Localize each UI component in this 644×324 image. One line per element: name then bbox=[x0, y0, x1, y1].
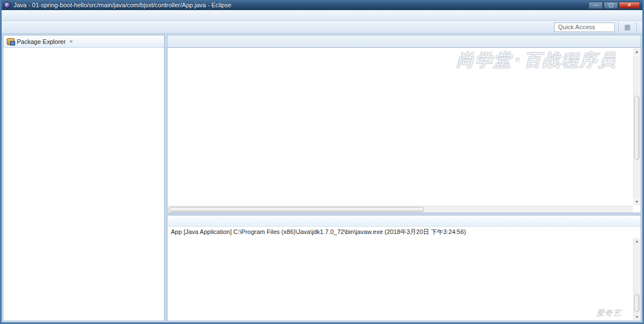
console-process-title: App [Java Application] C:\Program Files … bbox=[167, 227, 641, 236]
console-vertical-scrollbar[interactable]: ▲ ▼ bbox=[633, 238, 640, 320]
maximize-button[interactable]: ▢ bbox=[604, 2, 618, 9]
package-explorer-title: Package Explorer bbox=[17, 38, 66, 45]
scrollbar-thumb[interactable] bbox=[634, 96, 640, 160]
scrollbar-thumb[interactable] bbox=[634, 294, 640, 312]
scroll-up-icon[interactable]: ▲ bbox=[633, 48, 640, 55]
package-explorer-view: Package Explorer ✕ bbox=[3, 35, 165, 321]
package-explorer-tab[interactable]: Package Explorer ✕ bbox=[6, 37, 76, 46]
project-tree bbox=[3, 48, 164, 321]
toolbar-right: Quick Access ▦ bbox=[554, 22, 640, 33]
divider bbox=[618, 22, 619, 32]
minimize-button[interactable]: — bbox=[588, 2, 603, 9]
package-explorer-header: Package Explorer ✕ bbox=[3, 35, 164, 48]
eclipse-window: Java - 01-spring-boot-hello/src/main/jav… bbox=[0, 0, 644, 324]
close-button[interactable]: ✕ bbox=[619, 2, 640, 9]
open-perspective-icon: ▦ bbox=[624, 24, 631, 30]
scrollbar-thumb[interactable] bbox=[169, 207, 424, 212]
code-editor[interactable]: 尚学堂·百战程序员 ▲ ▼ bbox=[167, 48, 641, 213]
close-icon[interactable]: ✕ bbox=[69, 39, 74, 44]
scroll-down-icon[interactable]: ▼ bbox=[633, 199, 640, 205]
console-view: App [Java Application] C:\Program Files … bbox=[167, 215, 641, 321]
editor-console-area: 尚学堂·百战程序员 ▲ ▼ App [Java Application] C:\… bbox=[167, 35, 641, 321]
package-explorer-icon bbox=[7, 38, 15, 45]
menu-bar bbox=[2, 10, 642, 21]
console-tab-bar bbox=[167, 215, 641, 227]
window-title: Java - 01-spring-boot-hello/src/main/jav… bbox=[13, 2, 588, 8]
main-toolbar: Quick Access ▦ bbox=[2, 21, 642, 34]
title-bar[interactable]: Java - 01-spring-boot-hello/src/main/jav… bbox=[2, 0, 642, 10]
scroll-down-icon[interactable]: ▼ bbox=[634, 314, 640, 320]
editor-vertical-scrollbar[interactable] bbox=[633, 56, 640, 198]
console-log[interactable] bbox=[167, 236, 641, 321]
editor-horizontal-scrollbar[interactable] bbox=[167, 206, 633, 213]
quick-access-input[interactable]: Quick Access bbox=[554, 22, 615, 32]
open-perspective-button[interactable]: ▦ bbox=[622, 22, 633, 33]
editor-tab-bar bbox=[167, 35, 641, 48]
eclipse-app-icon bbox=[4, 2, 11, 8]
scroll-up-icon[interactable]: ▲ bbox=[634, 238, 640, 244]
divider bbox=[636, 22, 637, 32]
window-controls: —▢✕ bbox=[588, 2, 640, 9]
code-lines bbox=[167, 49, 633, 205]
workbench: Package Explorer ✕ 尚学堂·百战程序员 ▲ ▼ bbox=[2, 34, 642, 322]
